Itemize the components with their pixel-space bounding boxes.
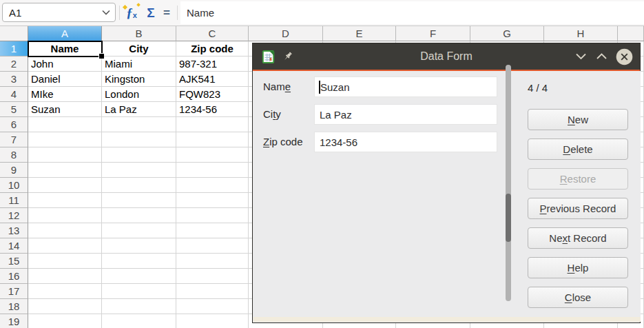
cell-B4[interactable]: London — [102, 87, 176, 102]
zip-code-field[interactable]: 1234-56 — [314, 132, 497, 152]
cell-C1[interactable]: Zip code — [176, 41, 249, 57]
function-wizard-icon[interactable]: ƒx — [123, 0, 141, 25]
cell-B13[interactable] — [102, 223, 176, 238]
dialog-titlebar[interactable]: Data Form — [253, 43, 640, 70]
row-header-16[interactable]: 16 — [0, 269, 28, 284]
dialog-scrollbar-thumb[interactable] — [506, 194, 511, 242]
cell-C5[interactable]: 1234-56 — [176, 102, 249, 117]
row-header-18[interactable]: 18 — [0, 299, 28, 314]
cell-C16[interactable] — [176, 269, 249, 284]
row-header-8[interactable]: 8 — [0, 147, 28, 163]
cell-B1[interactable]: City — [102, 41, 176, 57]
cell-B10[interactable] — [102, 178, 176, 193]
cell-C9[interactable] — [176, 163, 249, 178]
row-header-2[interactable]: 2 — [0, 57, 28, 72]
column-header-H[interactable]: H — [544, 26, 618, 41]
cell-C18[interactable] — [176, 299, 249, 314]
cell-B5[interactable]: La Paz — [102, 102, 176, 117]
namebox-dropdown-icon[interactable] — [101, 9, 111, 16]
cell-A9[interactable] — [28, 163, 102, 178]
cell-A19[interactable] — [28, 314, 102, 328]
city-field[interactable]: La Paz — [314, 104, 497, 125]
cell-B9[interactable] — [102, 163, 176, 178]
cell-A3[interactable]: Daniel — [28, 72, 102, 87]
formula-input[interactable]: Name — [180, 1, 644, 24]
column-header-F[interactable]: F — [396, 26, 470, 41]
row-header-15[interactable]: 15 — [0, 254, 28, 269]
cell-A5[interactable]: Suzan — [28, 102, 102, 117]
name-box[interactable]: A1 — [2, 3, 116, 22]
column-header-partial[interactable] — [618, 26, 644, 41]
cell-C17[interactable] — [176, 284, 249, 299]
fill-handle[interactable] — [99, 54, 104, 59]
cell-B12[interactable] — [102, 208, 176, 223]
cell-C7[interactable] — [176, 132, 249, 147]
cell-A6[interactable] — [28, 117, 102, 132]
cell-A16[interactable] — [28, 269, 102, 284]
row-header-4[interactable]: 4 — [0, 87, 28, 102]
cell-C6[interactable] — [176, 117, 249, 132]
row-header-3[interactable]: 3 — [0, 72, 28, 87]
cell-B6[interactable] — [102, 117, 176, 132]
row-header-9[interactable]: 9 — [0, 163, 28, 178]
cell-B14[interactable] — [102, 238, 176, 254]
cell-C8[interactable] — [176, 147, 249, 163]
cell-B18[interactable] — [102, 299, 176, 314]
cell-A13[interactable] — [28, 223, 102, 238]
dialog-scrollbar[interactable] — [506, 65, 511, 301]
cell-C14[interactable] — [176, 238, 249, 254]
cell-C2[interactable]: 987-321 — [176, 57, 249, 72]
cell-B11[interactable] — [102, 193, 176, 208]
cell-A1[interactable]: Name — [28, 41, 102, 57]
column-header-B[interactable]: B — [102, 26, 176, 41]
row-header-7[interactable]: 7 — [0, 132, 28, 147]
cell-C13[interactable] — [176, 223, 249, 238]
cell-B8[interactable] — [102, 147, 176, 163]
cell-A12[interactable] — [28, 208, 102, 223]
sheet-corner[interactable] — [0, 26, 28, 41]
cell-C19[interactable] — [176, 314, 249, 328]
cell-A10[interactable] — [28, 178, 102, 193]
row-header-11[interactable]: 11 — [0, 193, 28, 208]
name-field[interactable]: Suzan — [314, 76, 497, 97]
column-header-E[interactable]: E — [323, 26, 396, 41]
cell-C3[interactable]: AJK541 — [176, 72, 249, 87]
close-icon[interactable] — [616, 48, 633, 65]
row-header-5[interactable]: 5 — [0, 102, 28, 117]
previous-record-button[interactable]: Previous Record — [528, 198, 628, 219]
cell-C4[interactable]: FQW823 — [176, 87, 249, 102]
cell-A18[interactable] — [28, 299, 102, 314]
row-header-13[interactable]: 13 — [0, 223, 28, 238]
cell-B3[interactable]: Kingston — [102, 72, 176, 87]
cell-C12[interactable] — [176, 208, 249, 223]
cell-B17[interactable] — [102, 284, 176, 299]
cell-B15[interactable] — [102, 254, 176, 269]
pin-icon[interactable] — [282, 51, 294, 63]
new-button[interactable]: New — [528, 109, 628, 130]
row-header-12[interactable]: 12 — [0, 208, 28, 223]
cell-B19[interactable] — [102, 314, 176, 328]
cell-A14[interactable] — [28, 238, 102, 254]
cell-A2[interactable]: John — [28, 57, 102, 72]
close-button[interactable]: Close — [528, 287, 628, 308]
equals-icon[interactable]: = — [160, 0, 173, 25]
row-header-1[interactable]: 1 — [0, 41, 28, 57]
roll-down-icon[interactable] — [574, 52, 588, 61]
column-header-A[interactable]: A — [28, 26, 102, 41]
cell-A15[interactable] — [28, 254, 102, 269]
sum-icon[interactable]: Σ — [143, 0, 158, 25]
cell-A8[interactable] — [28, 147, 102, 163]
row-header-17[interactable]: 17 — [0, 284, 28, 299]
cell-B2[interactable]: Miami — [102, 57, 176, 72]
cell-A11[interactable] — [28, 193, 102, 208]
row-header-19[interactable]: 19 — [0, 314, 28, 328]
cell-A7[interactable] — [28, 132, 102, 147]
row-header-6[interactable]: 6 — [0, 117, 28, 132]
column-header-C[interactable]: C — [176, 26, 249, 41]
roll-up-icon[interactable] — [595, 52, 608, 61]
cell-B7[interactable] — [102, 132, 176, 147]
row-header-10[interactable]: 10 — [0, 178, 28, 193]
delete-button[interactable]: Delete — [528, 139, 628, 160]
next-record-button[interactable]: Next Record — [528, 227, 628, 249]
cell-C15[interactable] — [176, 254, 249, 269]
